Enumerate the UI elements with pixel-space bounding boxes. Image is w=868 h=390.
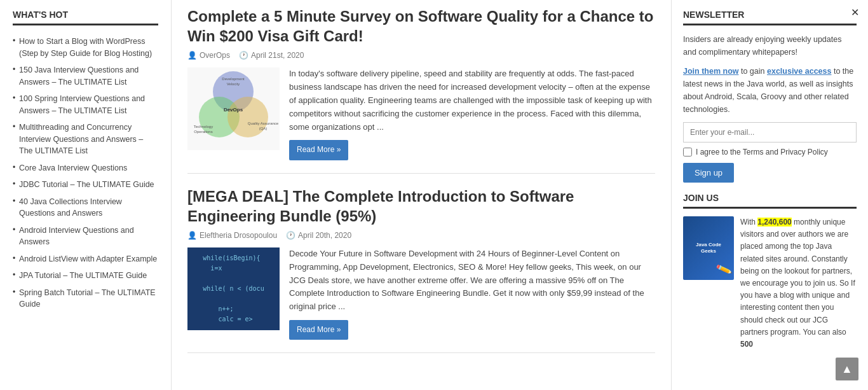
list-item[interactable]: 40 Java Collections Interview Questions …	[13, 193, 158, 222]
article-1-author: OverOps	[200, 51, 230, 60]
svg-point-3	[227, 97, 268, 137]
sidebar-link[interactable]: 40 Java Collections Interview Questions …	[19, 197, 122, 218]
article-2-body: while(isBegin){ i=x while( n < (docu n++…	[187, 247, 655, 340]
svg-text:Quality Assurance: Quality Assurance	[248, 122, 279, 125]
sidebar-link[interactable]: JDBC Tutorial – The ULTIMATE Guide	[19, 180, 154, 189]
exclusive-access-link[interactable]: exclusive access	[767, 67, 831, 76]
terms-checkbox[interactable]	[683, 148, 692, 157]
svg-text:Technology: Technology	[194, 125, 213, 129]
sidebar-link[interactable]: Spring Batch Tutorial – The ULTIMATE Gui…	[19, 288, 156, 309]
article-1-date-meta: 🕐 April 21st, 2020	[239, 51, 304, 60]
user-icon: 👤	[187, 51, 197, 60]
join-text-2: to gain	[739, 67, 767, 76]
article-1-title[interactable]: Complete a 5 Minute Survey on Software Q…	[187, 6, 655, 46]
list-item[interactable]: Android Interview Questions and Answers	[13, 222, 158, 251]
sidebar-link[interactable]: Core Java Interview Questions	[19, 164, 127, 172]
article-2-author-meta: 👤 Eleftheria Drosopoulou	[187, 231, 277, 240]
user-icon-2: 👤	[187, 231, 197, 240]
list-item[interactable]: Spring Batch Tutorial – The ULTIMATE Gui…	[13, 284, 158, 313]
join-us-text: With 1,240,600 monthly unique visitors a…	[740, 216, 857, 351]
article-1-excerpt: In today's software delivery pipeline, s…	[289, 69, 652, 131]
article-1-text: In today's software delivery pipeline, s…	[289, 67, 655, 160]
whats-hot-title: What's Hot	[13, 10, 158, 25]
list-item[interactable]: Multithreading and Concurrency Interview…	[13, 119, 158, 160]
join-us-body-text: monthly unique visitors and over authors…	[740, 218, 855, 337]
newsletter-join: Join them now to gain exclusive access t…	[683, 65, 857, 116]
scroll-to-top-button[interactable]: ▲	[836, 358, 858, 380]
code-snippet: while(isBegin){ i=x while( n < (docu n++…	[203, 253, 264, 324]
article-1-read-more[interactable]: Read More »	[289, 140, 348, 160]
sidebar-link[interactable]: JPA Tutorial – The ULTIMATE Guide	[19, 271, 147, 280]
signup-button[interactable]: Sign up	[683, 163, 734, 183]
svg-text:DevOps: DevOps	[224, 107, 243, 113]
article-2-text: Decode Your Future in Software Developme…	[289, 247, 655, 340]
sidebar-link[interactable]: Android Interview Questions and Answers	[19, 226, 134, 247]
list-item[interactable]: JPA Tutorial – The ULTIMATE Guide	[13, 267, 158, 284]
article-1-meta: 👤 OverOps 🕐 April 21st, 2020	[187, 51, 655, 60]
clock-icon-2: 🕐	[286, 231, 295, 240]
newsletter-intro: Insiders are already enjoying weekly upd…	[683, 33, 857, 59]
list-item[interactable]: Core Java Interview Questions	[13, 160, 158, 177]
svg-text:Operations: Operations	[194, 130, 212, 134]
list-item[interactable]: 150 Java Interview Questions and Answers…	[13, 62, 158, 90]
list-item[interactable]: JDBC Tutorial – The ULTIMATE Guide	[13, 176, 158, 193]
main-content: Complete a 5 Minute Survey on Software Q…	[172, 0, 671, 390]
join-us-section: Join Us Java Code Geeks ✏️ With 1,240,60…	[683, 193, 857, 351]
article-1: Complete a 5 Minute Survey on Software Q…	[187, 6, 655, 174]
article-2-meta: 👤 Eleftheria Drosopoulou 🕐 April 20th, 2…	[187, 231, 655, 240]
visitor-count: 1,240,600	[757, 218, 791, 226]
list-item[interactable]: 100 Spring Interview Questions and Answe…	[13, 90, 158, 119]
email-input[interactable]	[683, 122, 857, 143]
article-2-read-more[interactable]: Read More »	[289, 320, 348, 340]
list-item[interactable]: Android ListView with Adapter Example	[13, 251, 158, 268]
left-sidebar: What's Hot How to Start a Blog with Word…	[0, 0, 172, 390]
clock-icon: 🕐	[239, 51, 248, 60]
venn-diagram: Development Velocity Technology Operatio…	[187, 67, 280, 150]
join-us-book-image: Java Code Geeks ✏️	[683, 216, 734, 280]
sidebar-link[interactable]: 100 Spring Interview Questions and Answe…	[19, 94, 145, 115]
sidebar-link[interactable]: 150 Java Interview Questions and Answers…	[19, 66, 139, 87]
article-2-author: Eleftheria Drosopoulou	[200, 231, 277, 240]
newsletter-title: Newsletter	[683, 10, 857, 25]
book-label-1: Java Code Geeks	[696, 242, 721, 255]
terms-row: I agree to the Terms and Privacy Policy	[683, 148, 857, 157]
terms-label: I agree to the Terms and Privacy Policy	[696, 148, 828, 157]
sidebar-link[interactable]: Android ListView with Adapter Example	[19, 254, 157, 263]
right-sidebar: Newsletter Insiders are already enjoying…	[671, 0, 868, 390]
article-1-image: Development Velocity Technology Operatio…	[187, 67, 280, 150]
list-item[interactable]: How to Start a Blog with WordPress (Step…	[13, 33, 158, 62]
svg-text:Development: Development	[222, 77, 245, 81]
svg-text:(QA): (QA)	[259, 127, 268, 130]
close-button[interactable]: ✕	[851, 6, 859, 18]
newsletter-intro-text: Insiders are already enjoying weekly upd…	[683, 35, 841, 57]
sidebar-link[interactable]: Multithreading and Concurrency Interview…	[19, 123, 143, 155]
authors-count: 500	[740, 340, 753, 349]
article-1-date: April 21st, 2020	[251, 51, 304, 60]
article-1-author-meta: 👤 OverOps	[187, 51, 230, 60]
article-2: [MEGA DEAL] The Complete Introduction to…	[187, 186, 655, 354]
article-1-body: Development Velocity Technology Operatio…	[187, 67, 655, 160]
article-2-image: while(isBegin){ i=x while( n < (docu n++…	[187, 247, 280, 330]
join-now-link[interactable]: Join them now	[683, 67, 739, 76]
join-us-body: Java Code Geeks ✏️ With 1,240,600 monthl…	[683, 216, 857, 351]
newsletter-section: Newsletter Insiders are already enjoying…	[683, 10, 857, 193]
article-2-excerpt: Decode Your Future in Software Developme…	[289, 249, 644, 311]
sidebar-link[interactable]: How to Start a Blog with WordPress (Step…	[19, 37, 152, 58]
article-2-title[interactable]: [MEGA DEAL] The Complete Introduction to…	[187, 186, 655, 226]
svg-text:Velocity: Velocity	[227, 82, 240, 86]
article-2-date-meta: 🕐 April 20th, 2020	[286, 231, 351, 240]
sidebar-list: How to Start a Blog with WordPress (Step…	[13, 33, 158, 313]
article-2-date: April 20th, 2020	[298, 231, 351, 240]
join-us-title: Join Us	[683, 193, 857, 209]
pencil-icon: ✏️	[715, 261, 733, 279]
